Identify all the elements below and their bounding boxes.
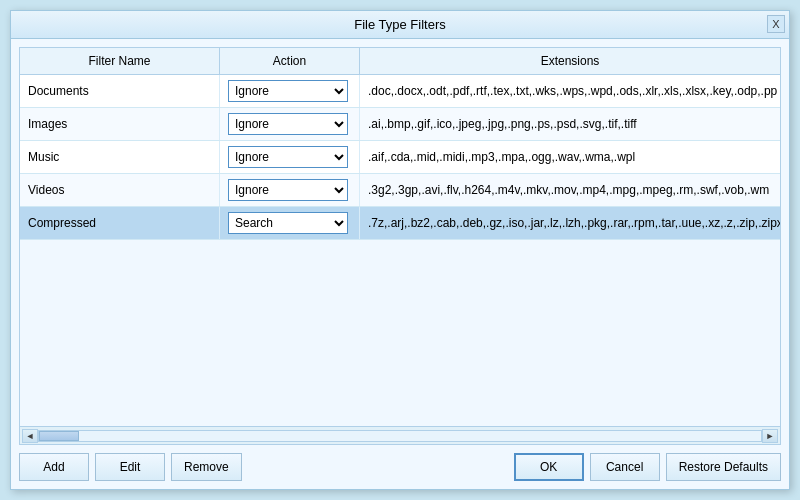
extensions-cell: .ai,.bmp,.gif,.ico,.jpeg,.jpg,.png,.ps,.…: [360, 108, 780, 140]
ok-button[interactable]: OK: [514, 453, 584, 481]
column-extensions: Extensions: [360, 48, 780, 74]
remove-button[interactable]: Remove: [171, 453, 242, 481]
action-cell[interactable]: Ignore Search Skip: [220, 75, 360, 107]
table-header: Filter Name Action Extensions: [19, 47, 781, 74]
footer-buttons: Add Edit Remove OK Cancel Restore Defaul…: [11, 445, 789, 489]
table-row[interactable]: Compressed Ignore Search Skip .7z,.arj,.…: [20, 207, 780, 240]
table-row[interactable]: Images Ignore Search Skip .ai,.bmp,.gif,…: [20, 108, 780, 141]
action-select[interactable]: Ignore Search Skip: [228, 113, 348, 135]
action-cell[interactable]: Ignore Search Skip: [220, 207, 360, 239]
table-area: Filter Name Action Extensions Documents …: [11, 39, 789, 427]
action-select[interactable]: Ignore Search Skip: [228, 146, 348, 168]
action-select[interactable]: Ignore Search Skip: [228, 179, 348, 201]
filter-name-cell: Documents: [20, 75, 220, 107]
dialog-title: File Type Filters: [354, 17, 446, 32]
edit-button[interactable]: Edit: [95, 453, 165, 481]
action-select[interactable]: Ignore Search Skip: [228, 212, 348, 234]
file-type-filters-dialog: File Type Filters X Filter Name Action E…: [10, 10, 790, 490]
add-button[interactable]: Add: [19, 453, 89, 481]
extensions-cell: .aif,.cda,.mid,.midi,.mp3,.mpa,.ogg,.wav…: [360, 141, 780, 173]
extensions-cell: .doc,.docx,.odt,.pdf,.rtf,.tex,.txt,.wks…: [360, 75, 780, 107]
filter-name-cell: Images: [20, 108, 220, 140]
action-cell[interactable]: Ignore Search Skip: [220, 141, 360, 173]
table-row[interactable]: Music Ignore Search Skip .aif,.cda,.mid,…: [20, 141, 780, 174]
close-button[interactable]: X: [767, 15, 785, 33]
scrollbar-thumb[interactable]: [39, 431, 79, 441]
action-select[interactable]: Ignore Search Skip: [228, 80, 348, 102]
cancel-button[interactable]: Cancel: [590, 453, 660, 481]
scroll-right-button[interactable]: ►: [762, 429, 778, 443]
action-cell[interactable]: Ignore Search Skip: [220, 174, 360, 206]
extensions-cell: .7z,.arj,.bz2,.cab,.deb,.gz,.iso,.jar,.l…: [360, 207, 780, 239]
column-action: Action: [220, 48, 360, 74]
filter-name-cell: Videos: [20, 174, 220, 206]
scrollbar-track[interactable]: [38, 430, 762, 442]
title-bar: File Type Filters X: [11, 11, 789, 39]
filter-name-cell: Music: [20, 141, 220, 173]
restore-defaults-button[interactable]: Restore Defaults: [666, 453, 781, 481]
action-cell[interactable]: Ignore Search Skip: [220, 108, 360, 140]
column-filter-name: Filter Name: [20, 48, 220, 74]
table-row[interactable]: Documents Ignore Search Skip .doc,.docx,…: [20, 75, 780, 108]
scroll-left-button[interactable]: ◄: [22, 429, 38, 443]
table-body: Documents Ignore Search Skip .doc,.docx,…: [19, 74, 781, 427]
table-row[interactable]: Videos Ignore Search Skip .3g2,.3gp,.avi…: [20, 174, 780, 207]
filter-name-cell: Compressed: [20, 207, 220, 239]
horizontal-scrollbar[interactable]: ◄ ►: [19, 427, 781, 445]
extensions-cell: .3g2,.3gp,.avi,.flv,.h264,.m4v,.mkv,.mov…: [360, 174, 780, 206]
